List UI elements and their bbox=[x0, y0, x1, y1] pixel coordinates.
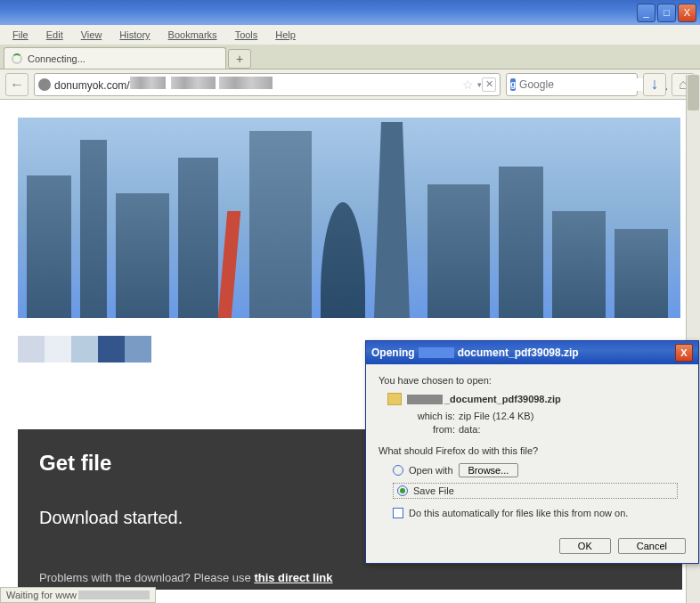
filename: _document_pdf39098.zip bbox=[444, 394, 561, 404]
downloads-button[interactable]: ↓ bbox=[643, 73, 666, 96]
open-with-label: Open with bbox=[409, 465, 453, 476]
blurred-segment bbox=[407, 395, 443, 404]
problems-text: Problems with the download? Please use t… bbox=[39, 571, 661, 584]
save-file-option[interactable]: Save File bbox=[393, 483, 678, 499]
google-logo-icon: g bbox=[510, 78, 516, 91]
radio-save-file[interactable] bbox=[397, 485, 408, 496]
status-bar: Waiting for www bbox=[0, 587, 156, 603]
stop-reload-button[interactable]: ✕ bbox=[482, 77, 496, 92]
search-bar[interactable]: g 🔍 bbox=[506, 73, 638, 96]
tab-bar: Connecting... + bbox=[0, 45, 700, 69]
nav-toolbar: ← donumyok.com/ ☆ ▾ ✕ g 🔍 ↓ ⌂ bbox=[0, 69, 700, 100]
dialog-titlebar[interactable]: Opening document_pdf39098.zip X bbox=[366, 341, 698, 364]
back-button[interactable]: ← bbox=[5, 73, 28, 96]
auto-checkbox[interactable] bbox=[393, 508, 403, 518]
file-from-row: from:data: bbox=[411, 424, 686, 435]
menu-bookmarks[interactable]: Bookmarks bbox=[161, 28, 224, 42]
radio-open-with[interactable] bbox=[393, 465, 403, 476]
swatch bbox=[125, 336, 151, 363]
url-text: donumyok.com/ bbox=[54, 77, 459, 92]
menu-tools[interactable]: Tools bbox=[228, 28, 265, 42]
blurred-segment bbox=[419, 347, 454, 358]
chosen-text: You have chosen to open: bbox=[378, 375, 686, 386]
dialog-title-filename: document_pdf39098.zip bbox=[458, 346, 579, 359]
ok-button[interactable]: OK bbox=[559, 538, 611, 554]
question-text: What should Firefox do with this file? bbox=[378, 445, 686, 456]
swatch bbox=[18, 336, 45, 363]
maximize-button[interactable]: □ bbox=[657, 4, 676, 22]
new-tab-button[interactable]: + bbox=[228, 49, 251, 69]
zip-file-icon bbox=[387, 393, 402, 405]
open-with-option[interactable]: Open with Browse... bbox=[393, 463, 686, 477]
tab-label: Connecting... bbox=[28, 53, 85, 64]
save-file-label: Save File bbox=[413, 485, 454, 496]
swatch bbox=[45, 336, 71, 363]
menu-help[interactable]: Help bbox=[268, 28, 303, 42]
swatch bbox=[71, 336, 98, 363]
dialog-buttons: OK Cancel bbox=[366, 529, 698, 563]
globe-icon bbox=[38, 78, 51, 91]
search-input[interactable] bbox=[519, 78, 653, 91]
file-type-row: which is:zip File (12.4 KB) bbox=[411, 411, 686, 421]
dialog-title-prefix: Opening bbox=[371, 346, 415, 359]
blurred-host bbox=[78, 591, 150, 599]
dialog-body: You have chosen to open: _document_pdf39… bbox=[366, 364, 698, 529]
swatch bbox=[98, 336, 125, 363]
download-dialog: Opening document_pdf39098.zip X You have… bbox=[365, 340, 699, 564]
auto-checkbox-row[interactable]: Do this automatically for files like thi… bbox=[393, 508, 686, 518]
browse-button[interactable]: Browse... bbox=[459, 463, 519, 477]
menu-file[interactable]: File bbox=[5, 28, 36, 42]
menu-edit[interactable]: Edit bbox=[39, 28, 70, 42]
dialog-close-button[interactable]: X bbox=[675, 344, 693, 362]
loading-spinner-icon bbox=[12, 53, 22, 64]
menu-history[interactable]: History bbox=[112, 28, 157, 42]
direct-link[interactable]: this direct link bbox=[254, 571, 332, 584]
cancel-button[interactable]: Cancel bbox=[618, 538, 686, 554]
address-bar[interactable]: donumyok.com/ ☆ ▾ ✕ bbox=[34, 73, 501, 96]
browser-tab[interactable]: Connecting... bbox=[4, 47, 226, 69]
scrollbar-thumb[interactable] bbox=[688, 75, 699, 110]
minimize-button[interactable]: _ bbox=[637, 4, 655, 22]
window-close-button[interactable]: X bbox=[678, 4, 696, 22]
menu-bar: File Edit View History Bookmarks Tools H… bbox=[0, 25, 700, 45]
auto-label: Do this automatically for files like thi… bbox=[409, 508, 628, 518]
hero-image bbox=[18, 118, 680, 318]
file-row: _document_pdf39098.zip bbox=[387, 393, 686, 405]
window-titlebar: _ □ X bbox=[0, 0, 700, 25]
menu-view[interactable]: View bbox=[74, 28, 110, 42]
bookmark-star-icon[interactable]: ☆ bbox=[462, 77, 474, 92]
